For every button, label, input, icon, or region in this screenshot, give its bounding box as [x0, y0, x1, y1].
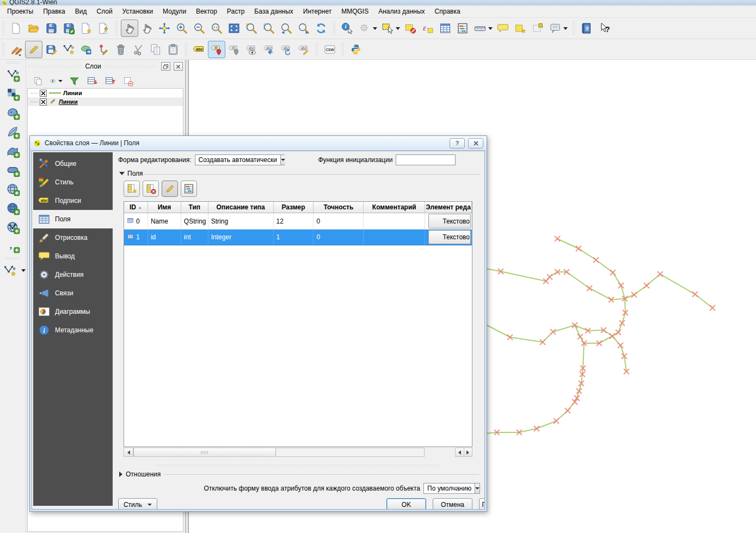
pan-to-selection-button[interactable] — [156, 20, 173, 37]
menu-3[interactable]: Вид — [70, 6, 92, 17]
label-rotate-button[interactable]: abc — [278, 41, 295, 58]
toolbar-grip[interactable] — [185, 42, 187, 57]
panel-float-button[interactable] — [161, 62, 170, 71]
edit-form-combo[interactable]: Создавать автоматически — [195, 154, 285, 165]
new-shapefile-button[interactable] — [0, 261, 20, 280]
add-wcs-button[interactable] — [3, 199, 23, 218]
scroll-left-button[interactable] — [456, 448, 464, 456]
toolbar-grip[interactable] — [115, 21, 118, 35]
column-header-name[interactable]: Имя — [148, 202, 181, 213]
pan-hand-button[interactable] — [138, 20, 156, 37]
edit-widget-button[interactable]: Текстово — [428, 230, 471, 244]
column-header-size[interactable]: Размер — [274, 202, 314, 213]
field-calculator-button[interactable] — [454, 20, 471, 37]
props-tab-rendering[interactable]: Отрисовка — [33, 228, 113, 247]
toolbar-grip[interactable] — [2, 21, 4, 35]
props-tab-display[interactable]: Вывод — [33, 247, 113, 265]
menu-10[interactable]: Интернет — [298, 6, 336, 17]
help-contents-button[interactable]: ? — [578, 20, 595, 37]
node-tool-button[interactable] — [95, 41, 112, 58]
zoom-to-layer-button[interactable] — [260, 20, 278, 37]
splitter-handle[interactable] — [156, 464, 439, 467]
zoom-next-button[interactable] — [295, 20, 312, 37]
add-vector-button[interactable] — [3, 65, 23, 84]
save-as-button[interactable] — [60, 20, 77, 37]
panel-drag-handle[interactable] — [28, 65, 82, 68]
save-edits-button[interactable] — [42, 41, 60, 58]
props-tab-general[interactable]: Общие — [33, 154, 113, 173]
zoom-native-button[interactable]: 1:1 — [208, 20, 225, 37]
toolbar-grip[interactable] — [342, 42, 344, 57]
select-expression-button[interactable]: ε — [419, 20, 437, 37]
scroll-right-button[interactable] — [464, 448, 472, 456]
label-new-button[interactable]: abc — [190, 41, 208, 58]
cell-widget[interactable]: Текстово — [425, 213, 472, 229]
relations-group-header[interactable]: Отношения — [119, 470, 481, 478]
layer-checkbox[interactable] — [40, 90, 47, 97]
props-tab-actions[interactable]: Действия — [33, 265, 113, 284]
menu-13[interactable]: Справка — [430, 6, 465, 17]
label-move-button[interactable]: abc — [260, 41, 278, 58]
props-tab-metadata[interactable]: iМетаданные — [33, 321, 113, 339]
add-delimited-text-button[interactable]: , — [3, 237, 23, 256]
dialog-help-button[interactable]: ? — [450, 138, 465, 148]
menu-7[interactable]: Вектор — [191, 6, 222, 17]
column-header-comment[interactable]: Комментарий — [364, 202, 425, 213]
table-row[interactable]: 1idintInteger10Текстово — [124, 230, 472, 246]
bookmark-show-button[interactable] — [529, 20, 546, 37]
column-header-type[interactable]: Тип — [181, 202, 208, 213]
folder-open-button[interactable] — [25, 20, 42, 37]
refresh-button[interactable] — [312, 20, 330, 37]
add-group-button[interactable] — [32, 75, 45, 88]
layers-panel-header[interactable]: Слои — [26, 60, 185, 73]
dialog-close-button[interactable] — [468, 138, 483, 148]
dialog-titlebar[interactable]: Свойства слоя — Линии | Поля ? — [30, 136, 487, 151]
scroll-left-button[interactable] — [124, 448, 133, 456]
dropdown-arrow-icon[interactable] — [373, 27, 377, 30]
cut-features-button[interactable] — [130, 41, 147, 58]
dropdown-arrow-icon[interactable] — [563, 27, 568, 30]
label-visibility-button[interactable]: abc — [243, 41, 260, 58]
menu-5[interactable]: Установки — [118, 6, 158, 17]
column-header-prec[interactable]: Точность — [314, 202, 364, 213]
style-button[interactable]: Стиль — [118, 498, 157, 510]
props-tab-diagrams[interactable]: Диаграммы — [33, 302, 113, 321]
toolbar-grip[interactable] — [6, 61, 20, 64]
current-edits-button[interactable] — [8, 41, 25, 58]
file-new-button[interactable] — [8, 20, 25, 37]
zoom-last-button[interactable] — [278, 20, 295, 37]
feature-action-button[interactable] — [356, 20, 379, 37]
props-tab-style[interactable]: Стиль — [33, 173, 113, 191]
csw-button[interactable]: CSW — [321, 41, 339, 58]
zoom-out-button[interactable] — [190, 20, 208, 37]
add-feature-button[interactable] — [60, 41, 77, 58]
table-hscrollbar-right[interactable] — [455, 448, 472, 457]
column-header-id[interactable]: ID▲ — [124, 202, 148, 213]
move-feature-button[interactable] — [77, 41, 95, 58]
suppress-combo[interactable]: По умолчанию — [423, 483, 480, 494]
add-wms-button[interactable] — [3, 179, 23, 199]
props-tab-labels[interactable]: abcПодписи — [33, 191, 113, 210]
composer-new-button[interactable] — [77, 20, 95, 37]
menu-2[interactable]: Правка — [38, 6, 70, 17]
copy-features-button[interactable] — [147, 41, 164, 58]
layer-visibility-button[interactable] — [50, 75, 63, 88]
ok-button[interactable]: OK — [386, 498, 426, 510]
apply-button[interactable]: Применить — [479, 498, 485, 510]
add-mssql-button[interactable] — [3, 141, 23, 160]
deselect-all-button[interactable] — [402, 20, 419, 37]
dropdown-arrow-icon[interactable] — [396, 27, 400, 30]
save-button[interactable] — [42, 20, 60, 37]
toolbar-grip[interactable] — [573, 21, 575, 35]
init-function-input[interactable] — [396, 154, 456, 165]
column-header-desc[interactable]: Описание типа — [208, 202, 274, 213]
add-oracle-button[interactable] — [3, 160, 23, 179]
add-raster-button[interactable] — [3, 84, 23, 103]
props-tab-fields[interactable]: Поля — [33, 210, 113, 228]
table-row[interactable]: 0NameQStringString120Текстово — [124, 213, 472, 230]
add-postgis-button[interactable] — [3, 103, 23, 122]
label-edit-button[interactable]: abc — [295, 41, 312, 58]
toolbar-grip[interactable] — [2, 42, 4, 57]
menu-4[interactable]: Слой — [91, 6, 117, 17]
remove-layer-button[interactable] — [121, 75, 134, 88]
